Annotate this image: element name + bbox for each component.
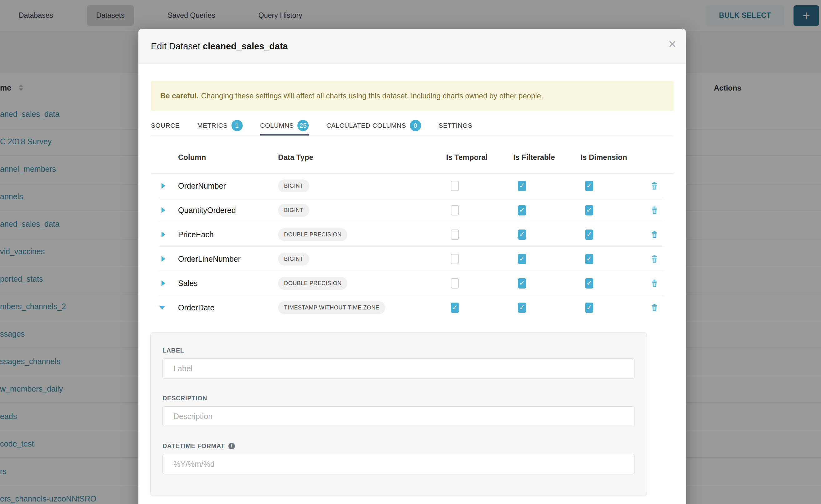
- tab-metrics[interactable]: METRICS1: [197, 116, 242, 135]
- data-type-cell: TIMESTAMP WITHOUT TIME ZONE: [266, 301, 434, 314]
- is-filterable-checkbox[interactable]: [518, 303, 526, 313]
- description-field-group: DESCRIPTION: [162, 395, 635, 426]
- column-row-QuantityOrdered: QuantityOrderedBIGINT: [151, 198, 674, 222]
- column-name: QuantityOrdered: [168, 206, 266, 215]
- modal-body: Be careful. Changing these settings will…: [138, 81, 686, 496]
- delete-icon[interactable]: [650, 182, 659, 190]
- expand-caret-icon[interactable]: [161, 256, 165, 262]
- warning-banner: Be careful. Changing these settings will…: [151, 81, 674, 111]
- tab-columns[interactable]: COLUMNS25: [260, 116, 309, 135]
- tab-count-badge: 0: [410, 120, 421, 131]
- label-field-group: LABEL: [162, 347, 635, 378]
- data-type-cell: DOUBLE PRECISION: [266, 228, 434, 241]
- datetime-format-input[interactable]: [162, 454, 635, 474]
- is-filterable-checkbox[interactable]: [518, 278, 526, 289]
- column-row-OrderDate: OrderDateTIMESTAMP WITHOUT TIME ZONE: [151, 295, 674, 320]
- is-temporal-checkbox-cell: [434, 230, 501, 240]
- modal-tabs: SOURCEMETRICS1COLUMNS25CALCULATED COLUMN…: [151, 116, 674, 136]
- is-dimension-checkbox[interactable]: [585, 205, 593, 215]
- is-temporal-checkbox[interactable]: [451, 278, 459, 289]
- is-temporal-checkbox-cell: [434, 278, 501, 289]
- tab-label: METRICS: [197, 122, 227, 129]
- edit-dataset-modal: Edit Dataset cleaned_sales_data ✕ Be car…: [138, 29, 686, 504]
- description-heading: DESCRIPTION: [162, 395, 635, 402]
- is-dimension-checkbox-cell: [568, 230, 636, 240]
- is-filterable-checkbox-cell: [501, 181, 568, 191]
- is-temporal-checkbox[interactable]: [451, 230, 459, 240]
- warning-banner-text: Changing these settings will affect all …: [201, 91, 543, 100]
- header-is-temporal: Is Temporal: [434, 153, 501, 162]
- is-dimension-checkbox[interactable]: [585, 230, 593, 240]
- is-filterable-checkbox-cell: [501, 278, 568, 289]
- delete-column-cell: [636, 206, 674, 215]
- tab-source[interactable]: SOURCE: [151, 116, 180, 135]
- collapse-caret-icon[interactable]: [159, 306, 165, 309]
- delete-icon[interactable]: [650, 206, 659, 215]
- data-type-pill: DOUBLE PRECISION: [278, 277, 347, 290]
- column-row-OrderLineNumber: OrderLineNumberBIGINT: [151, 247, 674, 271]
- is-filterable-checkbox-cell: [501, 205, 568, 215]
- is-temporal-checkbox[interactable]: [451, 181, 459, 191]
- delete-icon[interactable]: [650, 279, 659, 288]
- is-filterable-checkbox[interactable]: [518, 230, 526, 240]
- delete-icon[interactable]: [650, 230, 659, 239]
- expand-caret-icon[interactable]: [161, 280, 165, 286]
- is-dimension-checkbox-cell: [568, 205, 636, 215]
- is-dimension-checkbox-cell: [568, 181, 636, 191]
- is-temporal-checkbox[interactable]: [451, 303, 459, 313]
- expand-caret-icon[interactable]: [161, 207, 165, 213]
- expand-caret-icon[interactable]: [161, 183, 165, 189]
- column-name: OrderNumber: [168, 181, 266, 190]
- delete-column-cell: [636, 255, 674, 263]
- tab-calculated-columns[interactable]: CALCULATED COLUMNS0: [326, 116, 421, 135]
- delete-icon[interactable]: [650, 304, 659, 312]
- is-filterable-checkbox[interactable]: [518, 205, 526, 215]
- delete-column-cell: [636, 304, 674, 312]
- columns-table-header: Column Data Type Is Temporal Is Filterab…: [151, 136, 674, 174]
- tab-label: COLUMNS: [260, 122, 294, 129]
- warning-banner-bold: Be careful.: [160, 91, 199, 100]
- tab-settings[interactable]: SETTINGS: [439, 116, 472, 135]
- column-name: OrderLineNumber: [168, 254, 266, 264]
- is-dimension-checkbox-cell: [568, 303, 636, 313]
- column-row-OrderNumber: OrderNumberBIGINT: [151, 174, 674, 198]
- description-input[interactable]: [162, 406, 635, 426]
- tab-label: SETTINGS: [439, 122, 472, 129]
- expand-caret-icon[interactable]: [161, 232, 165, 237]
- is-dimension-checkbox-cell: [568, 254, 636, 264]
- is-filterable-checkbox-cell: [501, 230, 568, 240]
- tab-count-badge: 25: [297, 120, 309, 131]
- delete-column-cell: [636, 182, 674, 190]
- delete-column-cell: [636, 279, 674, 288]
- is-temporal-checkbox-cell: [434, 254, 501, 264]
- modal-title-prefix: Edit Dataset: [151, 41, 200, 51]
- tab-label: SOURCE: [151, 122, 180, 129]
- data-type-pill: BIGINT: [278, 180, 309, 192]
- app-root: Databases Datasets Saved Queries Query H…: [0, 0, 821, 504]
- is-dimension-checkbox[interactable]: [585, 181, 593, 191]
- is-filterable-checkbox[interactable]: [518, 254, 526, 264]
- data-type-cell: BIGINT: [266, 204, 434, 217]
- is-dimension-checkbox[interactable]: [585, 278, 593, 289]
- data-type-cell: BIGINT: [266, 253, 434, 265]
- column-detail-panel: LABEL DESCRIPTION DATETIME FORMAT i: [150, 332, 647, 496]
- modal-header: Edit Dataset cleaned_sales_data ✕: [138, 29, 686, 64]
- tab-count-badge: 1: [231, 120, 243, 131]
- close-icon[interactable]: ✕: [668, 39, 677, 49]
- header-column: Column: [168, 153, 266, 162]
- is-dimension-checkbox-cell: [568, 278, 636, 289]
- info-icon[interactable]: i: [228, 443, 235, 449]
- is-filterable-checkbox-cell: [501, 303, 568, 313]
- label-input[interactable]: [162, 358, 635, 378]
- modal-title: Edit Dataset cleaned_sales_data: [151, 41, 288, 52]
- is-filterable-checkbox-cell: [501, 254, 568, 264]
- delete-icon[interactable]: [650, 255, 659, 263]
- is-temporal-checkbox[interactable]: [451, 254, 459, 264]
- is-filterable-checkbox[interactable]: [518, 181, 526, 191]
- is-dimension-checkbox[interactable]: [585, 254, 593, 264]
- is-temporal-checkbox[interactable]: [451, 205, 459, 215]
- datetime-format-heading: DATETIME FORMAT i: [162, 442, 635, 450]
- is-dimension-checkbox[interactable]: [585, 303, 593, 313]
- column-row-Sales: SalesDOUBLE PRECISION: [151, 271, 674, 295]
- header-is-filterable: Is Filterable: [501, 153, 568, 162]
